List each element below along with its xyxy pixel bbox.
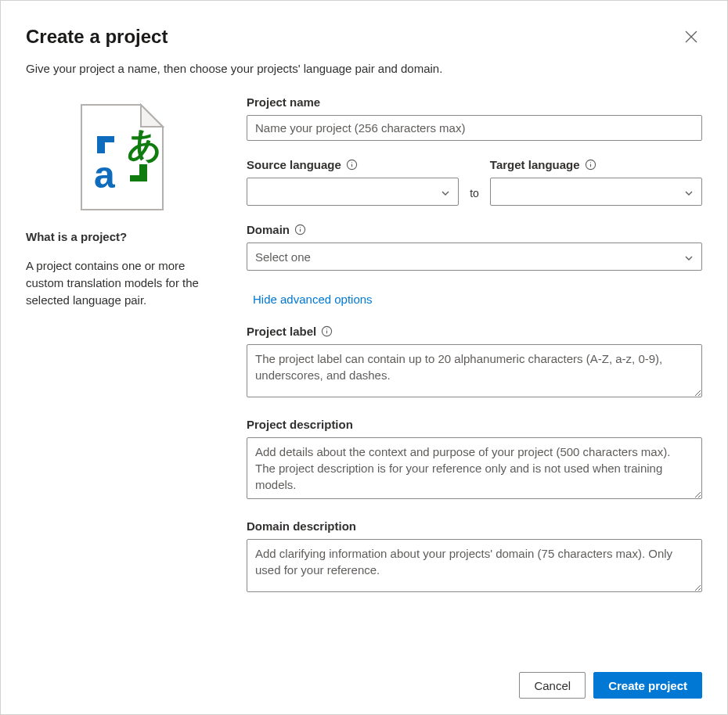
- project-name-input[interactable]: [247, 115, 702, 141]
- source-language-label: Source language: [247, 158, 459, 171]
- project-label-input[interactable]: [247, 344, 702, 397]
- close-icon: [685, 34, 697, 45]
- source-language-select[interactable]: [247, 178, 459, 206]
- sidebar-heading: What is a project?: [26, 230, 218, 243]
- create-project-dialog: Create a project Give your project a nam…: [0, 0, 728, 715]
- project-description-label: Project description: [247, 418, 702, 431]
- info-sidebar: あ a What is a project? A project contain…: [26, 95, 218, 663]
- project-illustration: あ a: [26, 103, 218, 211]
- dialog-title: Create a project: [26, 26, 168, 48]
- domain-description-label: Domain description: [247, 519, 702, 533]
- sidebar-body: A project contains one or more custom tr…: [26, 257, 218, 308]
- svg-point-13: [590, 162, 591, 163]
- chevron-down-icon: [684, 187, 694, 196]
- domain-label: Domain: [247, 223, 702, 236]
- target-language-label: Target language: [490, 158, 702, 171]
- create-project-button[interactable]: Create project: [593, 672, 702, 699]
- domain-select[interactable]: Select one: [247, 243, 702, 271]
- close-button[interactable]: [680, 26, 702, 48]
- target-language-select[interactable]: [490, 178, 702, 206]
- language-to-label: to: [470, 187, 479, 206]
- domain-description-input[interactable]: [247, 539, 702, 592]
- svg-marker-3: [141, 105, 163, 127]
- project-name-label: Project name: [247, 95, 702, 109]
- cancel-button[interactable]: Cancel: [519, 672, 586, 699]
- svg-point-16: [300, 227, 301, 228]
- toggle-advanced-link[interactable]: Hide advanced options: [253, 291, 373, 307]
- project-label-label: Project label: [247, 325, 702, 338]
- svg-text:a: a: [94, 154, 115, 196]
- project-description-input[interactable]: [247, 437, 702, 499]
- info-icon[interactable]: [346, 159, 358, 171]
- dialog-footer: Cancel Create project: [26, 663, 702, 699]
- info-icon[interactable]: [585, 159, 596, 171]
- info-icon[interactable]: [294, 224, 306, 235]
- info-icon[interactable]: [321, 325, 333, 337]
- chevron-down-icon: [441, 187, 450, 196]
- svg-point-10: [351, 162, 352, 163]
- svg-point-19: [326, 329, 327, 329]
- svg-text:あ: あ: [127, 125, 162, 163]
- chevron-down-icon: [684, 252, 694, 261]
- form-column: Project name Source language: [247, 95, 702, 663]
- document-translate-icon: あ a: [80, 103, 164, 211]
- dialog-subtitle: Give your project a name, then choose yo…: [26, 62, 702, 75]
